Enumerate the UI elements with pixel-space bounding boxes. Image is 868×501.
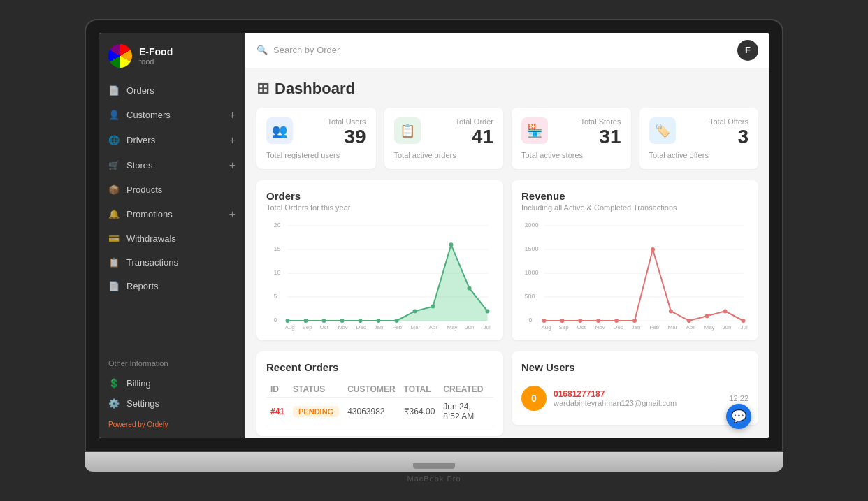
sidebar-item-billing[interactable]: 💲 Billing [108, 373, 236, 393]
svg-point-13 [322, 319, 326, 323]
stores-plus-icon[interactable]: + [229, 159, 236, 172]
sidebar-label-withdrawals: Withdrawals [126, 233, 176, 244]
svg-point-52 [669, 309, 673, 313]
orders-stat-desc: Total active orders [394, 151, 494, 159]
sidebar-item-customers[interactable]: 👤 Customers + [99, 103, 245, 128]
svg-marker-10 [288, 245, 488, 321]
promotions-plus-icon[interactable]: + [229, 208, 236, 221]
svg-text:Mar: Mar [668, 324, 678, 331]
svg-text:10: 10 [274, 269, 281, 276]
orders-chart-area: 20 15 10 5 0 [266, 219, 493, 331]
user-phone: 01681277187 [554, 389, 722, 399]
stores-stat-number: 31 [580, 126, 621, 148]
col-status: STATUS [289, 382, 343, 398]
sidebar-item-withdrawals[interactable]: 💳 Withdrawals [99, 227, 245, 251]
sidebar-label-drivers: Drivers [126, 135, 155, 145]
user-time: 12:22 [729, 394, 748, 402]
sidebar-item-products[interactable]: 📦 Products [99, 178, 245, 202]
settings-icon: ⚙️ [108, 398, 120, 409]
stat-card-users: 👥 Total Users 39 Total registered users [256, 108, 376, 169]
billing-icon: 💲 [108, 378, 120, 389]
svg-text:15: 15 [274, 245, 281, 252]
dashboard-area: ⊞ Dashboard 👥 Total Users 39 [245, 68, 769, 438]
billing-label: Billing [126, 378, 151, 389]
sidebar-label-products: Products [126, 184, 162, 195]
drivers-plus-icon[interactable]: + [229, 134, 236, 147]
chat-fab-button[interactable]: 💬 [726, 404, 751, 429]
svg-text:5: 5 [274, 293, 277, 300]
offers-stat-label: Total Offers [709, 117, 748, 126]
brand-name: E-Food [139, 46, 173, 57]
sidebar-label-stores: Stores [126, 160, 153, 170]
svg-point-14 [340, 319, 345, 323]
sidebar-item-promotions[interactable]: 🔔 Promotions + [99, 202, 245, 227]
sidebar-item-stores[interactable]: 🛒 Stores + [99, 153, 245, 178]
svg-text:Oct: Oct [577, 324, 586, 331]
svg-point-46 [560, 319, 564, 323]
revenue-chart-subtitle: Including all Active & Completed Transac… [521, 203, 748, 212]
brand-logo [108, 44, 132, 68]
orders-chart-card: Orders Total Orders for this year 20 15 … [256, 180, 503, 340]
svg-text:Jul: Jul [741, 324, 748, 331]
svg-text:May: May [447, 324, 458, 331]
sidebar: E-Food food 📄 Orders [99, 33, 245, 438]
svg-point-20 [449, 242, 454, 247]
stat-card-stores: 🏪 Total Stores 31 Total active stores [512, 108, 631, 169]
svg-point-50 [632, 319, 637, 323]
revenue-chart-title: Revenue [521, 190, 748, 202]
page-title: ⊞ Dashboard [256, 80, 758, 98]
brand-sub: food [139, 57, 173, 66]
revenue-chart-area: 2000 1500 1000 500 0 [521, 219, 748, 331]
stores-stat-label: Total Stores [580, 117, 621, 126]
user-info: 01681277187 wardabinteyrahman123@gmail.c… [554, 389, 722, 407]
sidebar-item-transactions[interactable]: 📋 Transactions [99, 251, 245, 275]
products-icon: 📦 [108, 184, 120, 196]
stat-card-orders: 📋 Total Order 41 Total active orders [384, 108, 504, 169]
sidebar-item-orders[interactable]: 📄 Orders [99, 79, 245, 103]
svg-text:2000: 2000 [525, 222, 539, 228]
svg-text:May: May [704, 324, 715, 331]
offers-stat-number: 3 [709, 126, 748, 148]
svg-text:Sep: Sep [559, 324, 570, 331]
orders-table: ID STATUS CUSTOMER TOTAL CREATED [266, 382, 493, 426]
svg-text:Nov: Nov [338, 324, 348, 331]
reports-icon: 📄 [108, 281, 120, 292]
customers-plus-icon[interactable]: + [229, 109, 236, 122]
svg-text:0: 0 [529, 317, 533, 324]
orders-stat-number: 41 [456, 126, 493, 148]
svg-text:Apr: Apr [429, 324, 438, 331]
svg-text:500: 500 [525, 293, 535, 300]
brand-area: E-Food food [99, 33, 245, 79]
svg-text:1000: 1000 [525, 269, 539, 276]
svg-text:Aug: Aug [285, 324, 295, 331]
sidebar-item-reports[interactable]: 📄 Reports [99, 275, 245, 298]
other-information-label: Other Information [108, 359, 236, 368]
users-stat-label: Total Users [327, 117, 366, 126]
user-avatar-button[interactable]: F [737, 40, 758, 61]
users-stat-number: 39 [327, 126, 366, 148]
svg-text:Dec: Dec [614, 324, 623, 331]
sidebar-label-reports: Reports [126, 281, 159, 291]
customers-icon: 👤 [108, 110, 120, 121]
col-total: TOTAL [400, 382, 440, 398]
col-customer: CUSTOMER [343, 382, 399, 398]
stores-stat-desc: Total active stores [521, 151, 621, 159]
svg-text:Jan: Jan [632, 324, 641, 331]
sidebar-footer: Other Information 💲 Billing ⚙️ Settings … [99, 349, 245, 438]
offers-stat-icon: 🏷️ [649, 117, 676, 144]
sidebar-item-settings[interactable]: ⚙️ Settings [108, 393, 236, 414]
svg-text:Feb: Feb [650, 324, 660, 331]
search-bar[interactable]: 🔍 Search by Order [256, 45, 340, 55]
svg-text:Dec: Dec [356, 324, 366, 331]
svg-text:Sep: Sep [303, 324, 313, 331]
svg-point-11 [286, 319, 290, 323]
col-created: CREATED [439, 382, 493, 398]
svg-point-17 [395, 319, 399, 323]
sidebar-label-promotions: Promotions [126, 209, 173, 219]
order-total: ₹364.00 [400, 397, 440, 426]
sidebar-item-drivers[interactable]: 🌐 Drivers + [99, 128, 245, 153]
new-users-card: New Users 0 01681277187 wardabinteyrahma… [512, 351, 758, 425]
svg-point-15 [359, 319, 363, 323]
orders-stat-label: Total Order [456, 117, 493, 126]
search-placeholder: Search by Order [273, 45, 340, 55]
